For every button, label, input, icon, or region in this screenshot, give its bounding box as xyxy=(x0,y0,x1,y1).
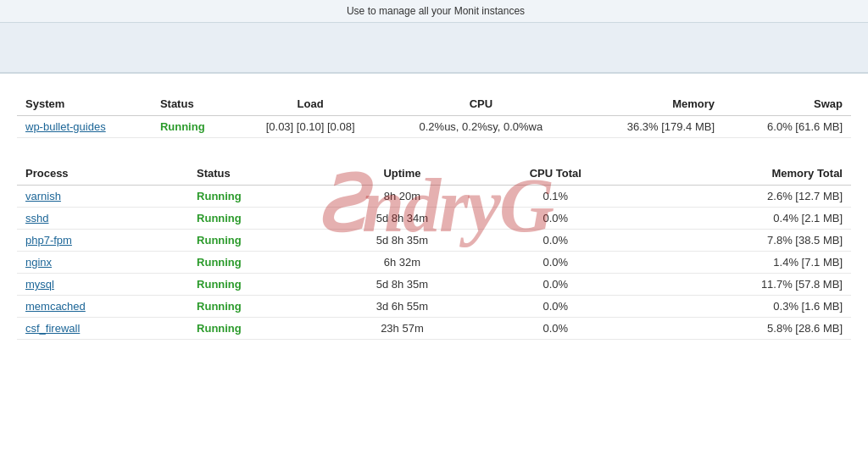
process-cpu: 0.0% xyxy=(479,318,632,340)
table-row: mysql Running 5d 8h 35m 0.0% 11.7% [57.8… xyxy=(17,274,851,296)
col-swap: Swap xyxy=(723,91,851,116)
process-uptime: 5d 8h 35m xyxy=(326,230,479,252)
system-swap: 6.0% [61.6 MB] xyxy=(723,116,851,138)
topbar: Use to manage all your Monit instances xyxy=(0,0,868,23)
process-memory: 1.4% [7.1 MB] xyxy=(632,252,851,274)
process-status: Running xyxy=(188,208,326,230)
process-uptime: 5d 8h 34m xyxy=(326,208,479,230)
process-status: Running xyxy=(188,296,326,318)
system-table-header: System Status Load CPU Memory Swap xyxy=(17,91,851,116)
process-name[interactable]: csf_firewall xyxy=(17,318,188,340)
col-load: Load xyxy=(237,91,384,116)
table-row: php7-fpm Running 5d 8h 35m 0.0% 7.8% [38… xyxy=(17,230,851,252)
process-status: Running xyxy=(188,186,326,208)
topbar-center-text: Use to manage all your Monit instances xyxy=(347,5,525,17)
process-status: Running xyxy=(188,274,326,296)
process-cpu: 0.1% xyxy=(479,186,632,208)
process-cpu: 0.0% xyxy=(479,230,632,252)
process-uptime: 23h 57m xyxy=(326,318,479,340)
process-table-header: Process Status Uptime CPU Total Memory T… xyxy=(17,160,851,186)
col-cpu: CPU xyxy=(384,91,579,116)
process-cpu: 0.0% xyxy=(479,296,632,318)
process-uptime: 5d 8h 35m xyxy=(326,274,479,296)
system-name[interactable]: wp-bullet-guides xyxy=(17,116,152,138)
col-memory: Memory xyxy=(578,91,723,116)
process-name[interactable]: varnish xyxy=(17,186,188,208)
process-cpu: 0.0% xyxy=(479,274,632,296)
process-uptime: 8h 20m xyxy=(326,186,479,208)
process-section: ƧndryG Process Status Uptime CPU Total M… xyxy=(17,160,851,340)
process-status: Running xyxy=(188,230,326,252)
col-status: Status xyxy=(152,91,237,116)
process-name[interactable]: nginx xyxy=(17,252,188,274)
table-row: wp-bullet-guides Running [0.03] [0.10] [… xyxy=(17,116,851,138)
col-process: Process xyxy=(17,160,188,186)
col-memory-total: Memory Total xyxy=(632,160,851,186)
system-load: [0.03] [0.10] [0.08] xyxy=(237,116,384,138)
process-uptime: 3d 6h 55m xyxy=(326,296,479,318)
table-row: nginx Running 6h 32m 0.0% 1.4% [7.1 MB] xyxy=(17,252,851,274)
col-cpu-total: CPU Total xyxy=(479,160,632,186)
process-memory: 2.6% [12.7 MB] xyxy=(632,186,851,208)
process-status: Running xyxy=(188,318,326,340)
process-memory: 11.7% [57.8 MB] xyxy=(632,274,851,296)
system-memory: 36.3% [179.4 MB] xyxy=(578,116,723,138)
process-cpu: 0.0% xyxy=(479,208,632,230)
page-header xyxy=(0,23,868,74)
mmonit-suffix-text: to manage all your Monit instances xyxy=(368,5,525,17)
process-memory: 0.3% [1.6 MB] xyxy=(632,296,851,318)
process-name[interactable]: php7-fpm xyxy=(17,230,188,252)
col-proc-status: Status xyxy=(188,160,326,186)
process-table: Process Status Uptime CPU Total Memory T… xyxy=(17,160,851,340)
table-row: csf_firewall Running 23h 57m 0.0% 5.8% [… xyxy=(17,318,851,340)
system-table: System Status Load CPU Memory Swap wp-bu… xyxy=(17,91,851,138)
process-memory: 7.8% [38.5 MB] xyxy=(632,230,851,252)
system-status: Running xyxy=(152,116,237,138)
process-name[interactable]: sshd xyxy=(17,208,188,230)
process-cpu: 0.0% xyxy=(479,252,632,274)
table-row: sshd Running 5d 8h 34m 0.0% 0.4% [2.1 MB… xyxy=(17,208,851,230)
process-memory: 5.8% [28.6 MB] xyxy=(632,318,851,340)
main-content: System Status Load CPU Memory Swap wp-bu… xyxy=(0,74,868,370)
use-mmonit-text: Use xyxy=(347,5,368,17)
process-status: Running xyxy=(188,252,326,274)
process-uptime: 6h 32m xyxy=(326,252,479,274)
process-name[interactable]: memcached xyxy=(17,296,188,318)
table-row: memcached Running 3d 6h 55m 0.0% 0.3% [1… xyxy=(17,296,851,318)
system-cpu: 0.2%us, 0.2%sy, 0.0%wa xyxy=(384,116,579,138)
process-name[interactable]: mysql xyxy=(17,274,188,296)
table-row: varnish Running 8h 20m 0.1% 2.6% [12.7 M… xyxy=(17,186,851,208)
col-system: System xyxy=(17,91,152,116)
col-uptime: Uptime xyxy=(326,160,479,186)
process-memory: 0.4% [2.1 MB] xyxy=(632,208,851,230)
